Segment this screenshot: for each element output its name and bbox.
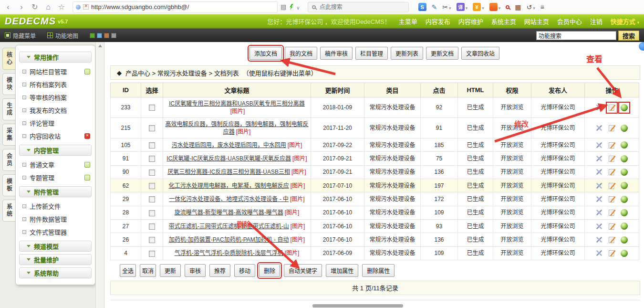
- view-icon[interactable]: [620, 104, 628, 112]
- category-link[interactable]: 常规污水处理设备: [369, 209, 415, 216]
- document-title-link[interactable]: IC厌氧罐专用三相分离器和UASB厌氧专用三相分离器: [169, 100, 305, 107]
- module-tab[interactable]: 模板: [2, 174, 15, 196]
- translate-extension[interactable]: 译: [457, 3, 468, 11]
- sogou-icon[interactable]: S: [418, 3, 426, 11]
- header-menu-item[interactable]: 注销: [590, 17, 602, 26]
- undo-extension[interactable]: ↺: [526, 3, 535, 11]
- document-title-link[interactable]: 带式压滤机-三网带式压滤机-新型带式压滤机-山: [169, 223, 289, 230]
- sidebar-section-header[interactable]: 附件管理: [19, 186, 92, 197]
- sidebar-item[interactable]: 我发布的文档: [19, 104, 92, 117]
- tools-icon[interactable]: [595, 249, 603, 257]
- image-tag[interactable]: [图片]: [285, 250, 300, 256]
- row-checkbox[interactable]: [149, 125, 155, 131]
- batch-action-button[interactable]: 增加属性: [326, 264, 358, 277]
- star-icon[interactable]: ☆: [56, 3, 67, 11]
- sidebar-section-header[interactable]: 系统帮助: [19, 267, 92, 278]
- theme-swatch[interactable]: [111, 33, 116, 38]
- view-icon[interactable]: [620, 249, 628, 257]
- row-checkbox[interactable]: [149, 237, 155, 243]
- batch-action-button[interactable]: 更新: [160, 264, 181, 277]
- edit-icon[interactable]: [608, 168, 616, 176]
- toolbar-button[interactable]: 更新列表: [391, 47, 423, 60]
- document-title-link[interactable]: 化工污水处理用电解器，电絮凝，强制电解反应: [169, 182, 289, 189]
- sidebar-item[interactable]: 专题管理: [19, 171, 92, 184]
- document-title-link[interactable]: 气浮机-溶气气浮机-杂质脱除机-浅层气浮机: [175, 250, 283, 256]
- sidebar-item[interactable]: 内容回收站: [19, 129, 92, 142]
- category-link[interactable]: 常规污水处理设备: [369, 196, 415, 202]
- tools-icon[interactable]: [595, 104, 603, 112]
- tools-icon[interactable]: [595, 195, 603, 203]
- image-tag[interactable]: [图片]: [288, 142, 302, 149]
- view-icon[interactable]: [620, 209, 628, 217]
- view-icon[interactable]: [620, 181, 628, 190]
- tools-icon[interactable]: [595, 124, 603, 132]
- document-title-link[interactable]: 旋流曝气器-新型曝气器-高效曝气器-曝气器: [175, 209, 283, 216]
- module-tab[interactable]: 模块: [2, 73, 15, 95]
- module-tab[interactable]: 采集: [2, 124, 15, 146]
- tools-icon[interactable]: [595, 141, 603, 149]
- view-icon[interactable]: [620, 195, 628, 203]
- edit-icon[interactable]: [608, 209, 616, 217]
- module-tab[interactable]: 会员: [2, 149, 15, 171]
- magnifier-icon[interactable]: [506, 5, 509, 9]
- row-checkbox[interactable]: [149, 105, 155, 111]
- image-tag[interactable]: [图片]: [291, 169, 306, 175]
- view-icon[interactable]: [620, 141, 628, 149]
- horizontal-scrollbar[interactable]: [312, 304, 403, 308]
- home-icon[interactable]: ⌂: [43, 3, 53, 11]
- batch-action-button[interactable]: 移动: [234, 264, 255, 277]
- view-icon[interactable]: [620, 155, 628, 163]
- sidebar-section-header[interactable]: 内容管理: [19, 145, 92, 156]
- sidebar-item[interactable]: 普通文章: [19, 158, 92, 171]
- sidebar-scrollbar[interactable]: [95, 42, 104, 308]
- browser-search[interactable]: [308, 2, 409, 12]
- scissors-extension[interactable]: ✂: [442, 3, 451, 11]
- panel-icon[interactable]: ▤: [280, 4, 286, 10]
- module-tab[interactable]: 生成: [2, 98, 15, 120]
- shortcut-menu[interactable]: 快捷方式 ▾: [611, 17, 639, 26]
- edit-icon[interactable]: [608, 222, 616, 230]
- menu-icon[interactable]: ≡: [540, 4, 544, 11]
- module-tab[interactable]: 系统: [2, 200, 15, 222]
- back-icon[interactable]: ‹: [3, 3, 13, 11]
- edit-icon[interactable]: [608, 181, 616, 190]
- document-title-link[interactable]: 污水处理后回用，废水处理后回用，中水回用: [172, 142, 286, 149]
- image-tag[interactable]: [图片]: [291, 182, 305, 189]
- header-menu-item[interactable]: 主菜单: [399, 17, 417, 26]
- category-link[interactable]: 常规污水处理设备: [369, 125, 415, 131]
- forward-icon[interactable]: ›: [16, 3, 27, 11]
- view-icon[interactable]: [620, 168, 628, 176]
- tools-icon[interactable]: [595, 222, 603, 230]
- row-checkbox[interactable]: [149, 170, 155, 176]
- image-tag[interactable]: [图片]: [230, 108, 245, 115]
- header-menu-item[interactable]: 会员中心: [557, 17, 582, 26]
- document-title-link[interactable]: 一体化污水处理设备、地埋式污水处理设备 - 中: [169, 196, 289, 202]
- batch-action-button[interactable]: 审核: [185, 264, 206, 277]
- url-text[interactable]: http://www.sdguangbo.com/gbhb@/: [91, 3, 189, 11]
- toolbar-button[interactable]: 添加文档: [249, 47, 282, 60]
- image-tag[interactable]: [图片]: [285, 209, 300, 216]
- row-checkbox[interactable]: [149, 142, 155, 149]
- category-link[interactable]: 常规污水处理设备: [369, 182, 415, 189]
- sidebar-section-header[interactable]: 批量维护: [19, 254, 92, 265]
- batch-action-button[interactable]: 推荐: [209, 264, 230, 277]
- theme-swatch[interactable]: [90, 33, 95, 38]
- theme-swatch[interactable]: [97, 33, 102, 38]
- sidebar-item[interactable]: 网站栏目管理: [19, 65, 92, 78]
- header-menu-item[interactable]: 内容发布: [426, 17, 450, 26]
- category-link[interactable]: 常规污水处理设备: [369, 250, 415, 256]
- chevron-down-icon[interactable]: [296, 3, 300, 11]
- header-menu-item[interactable]: 系统主页: [491, 17, 516, 26]
- coupon-extension[interactable]: ¥: [473, 3, 484, 11]
- hot-extension[interactable]: [489, 3, 501, 11]
- browser-search-input[interactable]: [319, 3, 395, 11]
- breadcrumb-path[interactable]: 产品中心 > 常规污水处理设备 > 文档列表: [125, 68, 239, 77]
- image-tag[interactable]: [图片]: [292, 155, 307, 162]
- category-link[interactable]: 常规污水处理设备: [369, 155, 415, 162]
- tools-icon[interactable]: [595, 155, 603, 163]
- toolbar-button[interactable]: 文章回收站: [461, 47, 499, 60]
- edit-icon[interactable]: [608, 236, 616, 244]
- batch-action-button[interactable]: 自动关键字: [284, 264, 322, 277]
- category-link[interactable]: 常规污水处理设备: [369, 223, 415, 230]
- edit-icon[interactable]: [608, 124, 616, 132]
